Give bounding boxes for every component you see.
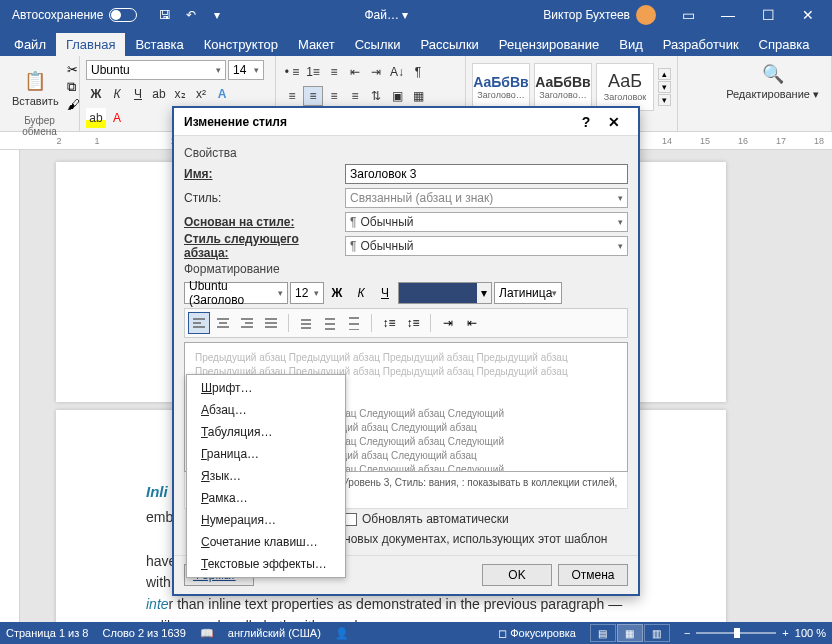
borders-button[interactable]: ▦ [408, 86, 428, 106]
para-align-center[interactable] [212, 312, 234, 334]
indent-right-button[interactable]: ⇥ [366, 62, 386, 82]
language-indicator[interactable]: английский (США) [228, 627, 321, 639]
para-justify[interactable] [260, 312, 282, 334]
font-color-button[interactable]: A [107, 108, 127, 128]
highlight-button[interactable]: ab [86, 108, 106, 128]
maximize-icon[interactable]: ☐ [748, 0, 788, 30]
line-spacing-button[interactable]: ⇅ [366, 86, 386, 106]
name-input[interactable]: Заголовок 3 [345, 164, 628, 184]
align-right-button[interactable]: ≡ [324, 86, 344, 106]
style-title[interactable]: АаБЗаголовок [596, 63, 654, 111]
multilevel-button[interactable]: ≡ [324, 62, 344, 82]
bold-button[interactable]: Ж [86, 84, 106, 104]
fmt-font-select[interactable]: Ubuntu (Заголово▾ [184, 282, 288, 304]
menu-tabs[interactable]: Табуляция… [187, 421, 345, 443]
menu-paragraph[interactable]: Абзац… [187, 399, 345, 421]
underline-button[interactable]: Ч [128, 84, 148, 104]
read-mode-icon[interactable]: ▤ [590, 624, 616, 642]
menu-language[interactable]: Язык… [187, 465, 345, 487]
align-left-button[interactable]: ≡ [282, 86, 302, 106]
tab-mailings[interactable]: Рассылки [410, 33, 488, 56]
zoom-level[interactable]: 100 % [795, 627, 826, 639]
superscript-button[interactable]: x² [191, 84, 211, 104]
fmt-bold-button[interactable]: Ж [326, 282, 348, 304]
subscript-button[interactable]: x₂ [170, 84, 190, 104]
save-icon[interactable]: 🖫 [153, 3, 177, 27]
indent-inc[interactable]: ⇥ [437, 312, 459, 334]
tab-file[interactable]: Файл [4, 33, 56, 56]
user-account[interactable]: Виктор Бухтеев [543, 5, 656, 25]
styles-up-icon[interactable]: ▴ [658, 68, 671, 80]
tab-developer[interactable]: Разработчик [653, 33, 749, 56]
menu-border[interactable]: Граница… [187, 443, 345, 465]
redo-dropdown-icon[interactable]: ▾ [205, 3, 229, 27]
share-button[interactable]: 🔒 Поделиться [820, 34, 832, 56]
close-button[interactable]: ✕ [600, 114, 628, 130]
sort-button[interactable]: A↓ [387, 62, 407, 82]
format-painter-icon[interactable]: 🖌 [67, 97, 80, 112]
tab-home[interactable]: Главная [56, 33, 125, 56]
fmt-underline-button[interactable]: Ч [374, 282, 396, 304]
italic-button[interactable]: К [107, 84, 127, 104]
zoom-slider[interactable] [696, 632, 776, 634]
font-name-select[interactable]: Ubuntu▾ [86, 60, 226, 80]
close-icon[interactable]: ✕ [788, 0, 828, 30]
menu-frame[interactable]: Рамка… [187, 487, 345, 509]
undo-icon[interactable]: ↶ [179, 3, 203, 27]
spacing-2[interactable] [343, 312, 365, 334]
menu-numbering[interactable]: Нумерация… [187, 509, 345, 531]
paste-button[interactable]: 📋 Вставить [6, 65, 65, 109]
tab-insert[interactable]: Вставка [125, 33, 193, 56]
zoom-out-icon[interactable]: − [684, 627, 690, 639]
fmt-color-select[interactable]: ▾ [398, 282, 492, 304]
style-heading1[interactable]: АаБбВвЗаголово… [472, 63, 530, 111]
focus-mode[interactable]: ◻ Фокусировка [498, 627, 576, 640]
indent-dec[interactable]: ⇤ [461, 312, 483, 334]
help-button[interactable]: ? [572, 114, 600, 130]
shading-button[interactable]: ▣ [387, 86, 407, 106]
spacing-1[interactable] [295, 312, 317, 334]
para-align-right[interactable] [236, 312, 258, 334]
spacing-15[interactable] [319, 312, 341, 334]
styles-more-icon[interactable]: ▾ [658, 94, 671, 106]
fmt-script-select[interactable]: Латиница▾ [494, 282, 562, 304]
menu-font[interactable]: Шрифт… [187, 377, 345, 399]
text-effects-button[interactable]: A [212, 84, 232, 104]
copy-icon[interactable]: ⧉ [67, 79, 80, 95]
web-layout-icon[interactable]: ▥ [644, 624, 670, 642]
ok-button[interactable]: OK [482, 564, 552, 586]
minimize-icon[interactable]: — [708, 0, 748, 30]
para-align-left[interactable] [188, 312, 210, 334]
font-size-select[interactable]: 14▾ [228, 60, 264, 80]
page-indicator[interactable]: Страница 1 из 8 [6, 627, 88, 639]
menu-shortcut[interactable]: Сочетание клавиш… [187, 531, 345, 553]
spellcheck-icon[interactable]: 📖 [200, 627, 214, 640]
cut-icon[interactable]: ✂ [67, 62, 80, 77]
indent-left-button[interactable]: ⇤ [345, 62, 365, 82]
accessibility-icon[interactable]: 👤 [335, 627, 349, 640]
bullets-button[interactable]: • ≡ [282, 62, 302, 82]
fmt-size-select[interactable]: 12▾ [290, 282, 324, 304]
menu-text-effects[interactable]: Текстовые эффекты… [187, 553, 345, 575]
cancel-button[interactable]: Отмена [558, 564, 628, 586]
editing-button[interactable]: 🔍 Редактирование ▾ [720, 58, 825, 103]
based-on-select[interactable]: ¶Обычный▾ [345, 212, 628, 232]
numbering-button[interactable]: 1≡ [303, 62, 323, 82]
ribbon-display-icon[interactable]: ▭ [668, 0, 708, 30]
strike-button[interactable]: ab [149, 84, 169, 104]
align-center-button[interactable]: ≡ [303, 86, 323, 106]
autosave-toggle[interactable]: Автосохранение [4, 8, 145, 22]
space-before-inc[interactable]: ↕≡ [378, 312, 400, 334]
next-style-select[interactable]: ¶Обычный▾ [345, 236, 628, 256]
tab-help[interactable]: Справка [749, 33, 820, 56]
tab-view[interactable]: Вид [609, 33, 653, 56]
tab-layout[interactable]: Макет [288, 33, 345, 56]
space-before-dec[interactable]: ↕≡ [402, 312, 424, 334]
justify-button[interactable]: ≡ [345, 86, 365, 106]
show-marks-button[interactable]: ¶ [408, 62, 428, 82]
tab-design[interactable]: Конструктор [194, 33, 288, 56]
tab-review[interactable]: Рецензирование [489, 33, 609, 56]
word-count[interactable]: Слово 2 из 1639 [102, 627, 185, 639]
fmt-italic-button[interactable]: К [350, 282, 372, 304]
tab-references[interactable]: Ссылки [345, 33, 411, 56]
